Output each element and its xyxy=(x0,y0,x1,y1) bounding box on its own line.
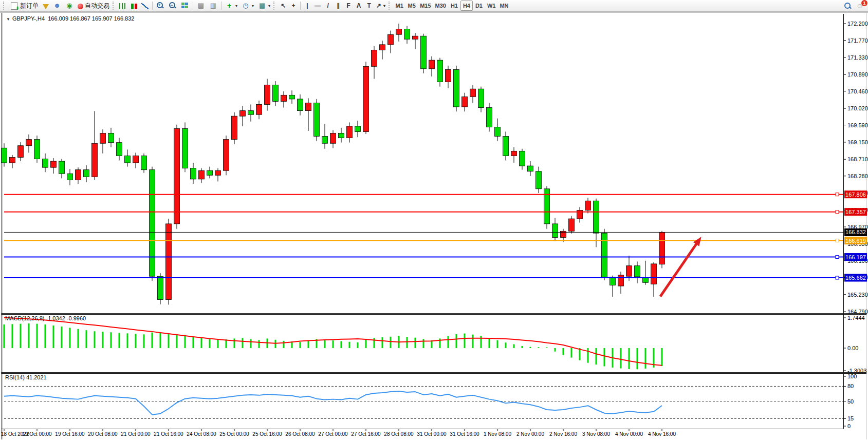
candle xyxy=(67,174,73,180)
zoom-in-button[interactable]: + xyxy=(154,1,167,11)
candle xyxy=(240,111,246,117)
cascade-charts-icon: ▥ xyxy=(209,2,217,10)
data-window-button[interactable]: ☻ xyxy=(51,1,63,11)
tf-h4-button[interactable]: H4 xyxy=(460,1,473,11)
line-chart-button[interactable] xyxy=(139,1,151,11)
chart-title: ▼GBPJPY-,H4 166.009 166.867 165.907 166.… xyxy=(6,15,134,22)
line-anchor[interactable] xyxy=(836,256,839,259)
price-tick-label: 164.790 xyxy=(847,309,868,315)
navigator-button[interactable]: ◉ xyxy=(63,1,76,11)
time-label: 3 Nov 08:00 xyxy=(582,431,610,437)
notifications-button[interactable]: ☺ 1 xyxy=(854,1,866,11)
templates-button[interactable]: ▦▾ xyxy=(256,1,272,11)
toolbar-drag-handle[interactable] xyxy=(273,2,276,10)
macd-bar xyxy=(250,339,252,348)
line-anchor[interactable] xyxy=(836,210,839,214)
candle xyxy=(166,224,172,300)
text-button[interactable]: A xyxy=(354,1,364,11)
tf-d1-button[interactable]: D1 xyxy=(473,1,485,11)
crosshair-button[interactable]: + xyxy=(288,1,299,11)
candle xyxy=(585,201,591,210)
price-tick-label: 165.230 xyxy=(847,292,868,298)
arrows-icon: ↗ xyxy=(376,2,381,9)
macd-bar xyxy=(86,330,87,348)
candle xyxy=(462,97,468,107)
macd-bar xyxy=(94,331,96,348)
fibonacci-button[interactable]: F xyxy=(343,1,354,11)
tf-m30-button[interactable]: M30 xyxy=(433,1,448,11)
time-label: 1 Nov 08:00 xyxy=(484,431,511,437)
arrange-charts-icon: ▤ xyxy=(197,2,205,10)
candle xyxy=(306,103,311,110)
trendline-button[interactable]: / xyxy=(323,1,333,11)
horizontal-line-button[interactable]: — xyxy=(312,1,323,11)
symbol-period: GBPJPY-,H4 xyxy=(12,15,45,22)
market-watch-button[interactable] xyxy=(41,1,51,11)
person-icon: ☻ xyxy=(53,2,61,10)
autotrade-button[interactable]: 自动交易 xyxy=(76,1,112,11)
macd-bar xyxy=(620,348,622,369)
cascade-charts-button[interactable]: ▥ xyxy=(207,1,219,11)
toolbar-drag-handle[interactable] xyxy=(3,2,6,10)
toolbar-drag-handle[interactable] xyxy=(389,2,391,10)
price-badge-label: 167.806 xyxy=(845,191,866,198)
tf-w1-button[interactable]: W1 xyxy=(485,1,498,11)
candle xyxy=(602,233,607,277)
macd-bar xyxy=(530,347,531,348)
candle xyxy=(437,60,443,82)
indicators-button[interactable]: +▾ xyxy=(223,1,239,11)
macd-bar xyxy=(53,325,54,348)
tf-h1-button[interactable]: H1 xyxy=(448,1,460,11)
macd-bar xyxy=(407,337,408,348)
tf-m15-button[interactable]: M15 xyxy=(418,1,433,11)
candle xyxy=(289,95,295,99)
time-label: 19 Oct 16:00 xyxy=(55,431,85,437)
cursor-icon: ↖ xyxy=(281,2,286,9)
macd-bar xyxy=(448,336,449,348)
text-label-button[interactable]: T xyxy=(364,1,374,11)
funnel-icon xyxy=(43,4,49,9)
search-button[interactable] xyxy=(841,1,854,11)
chart-menu-icon[interactable]: ▼ xyxy=(6,17,10,22)
candle xyxy=(330,133,336,144)
rsi-tick-label: 50 xyxy=(847,398,854,405)
tf-m1-button[interactable]: M1 xyxy=(393,1,405,11)
autotrade-icon xyxy=(78,4,83,9)
candle xyxy=(421,36,427,69)
price-tick-label: 171.770 xyxy=(847,37,868,44)
cursor-button[interactable]: ↖ xyxy=(278,1,288,11)
candle-chart-button[interactable] xyxy=(128,1,139,11)
macd-bar xyxy=(258,340,260,348)
macd-bar xyxy=(546,348,548,348)
price-badge-label: 167.357 xyxy=(845,209,866,215)
macd-bar xyxy=(20,324,22,348)
arrange-charts-button[interactable]: ▤ xyxy=(195,1,207,11)
channel-button[interactable]: ∥ xyxy=(333,1,343,11)
tf-mn-button[interactable]: MN xyxy=(497,1,510,11)
periods-button[interactable]: ◷▾ xyxy=(239,1,256,11)
toolbar-drag-handle[interactable] xyxy=(113,2,115,10)
macd-bar xyxy=(234,338,235,348)
macd-bar xyxy=(637,348,638,369)
tf-m5-button[interactable]: M5 xyxy=(405,1,418,11)
chart-canvas[interactable]: 172.200171.770171.330170.890170.460170.0… xyxy=(0,12,868,441)
candle xyxy=(84,170,89,177)
macd-bar xyxy=(176,334,178,348)
line-anchor[interactable] xyxy=(836,239,839,242)
line-anchor[interactable] xyxy=(836,276,839,279)
zoom-out-button[interactable]: − xyxy=(167,1,179,11)
candle xyxy=(215,170,221,175)
bar-chart-button[interactable] xyxy=(117,1,128,11)
candle xyxy=(224,140,229,171)
arrows-button[interactable]: ↗▾ xyxy=(374,1,387,11)
line-anchor[interactable] xyxy=(836,193,839,196)
macd-bar xyxy=(217,340,219,348)
candle xyxy=(322,137,328,144)
tile-windows-button[interactable] xyxy=(179,1,191,11)
vertical-line-button[interactable]: | xyxy=(302,1,312,11)
new-order-button[interactable]: 新订单 xyxy=(8,1,41,11)
time-label: 20 Oct 08:00 xyxy=(88,431,118,437)
macd-bar xyxy=(464,334,466,348)
candle xyxy=(552,224,558,238)
macd-bar xyxy=(69,328,71,348)
